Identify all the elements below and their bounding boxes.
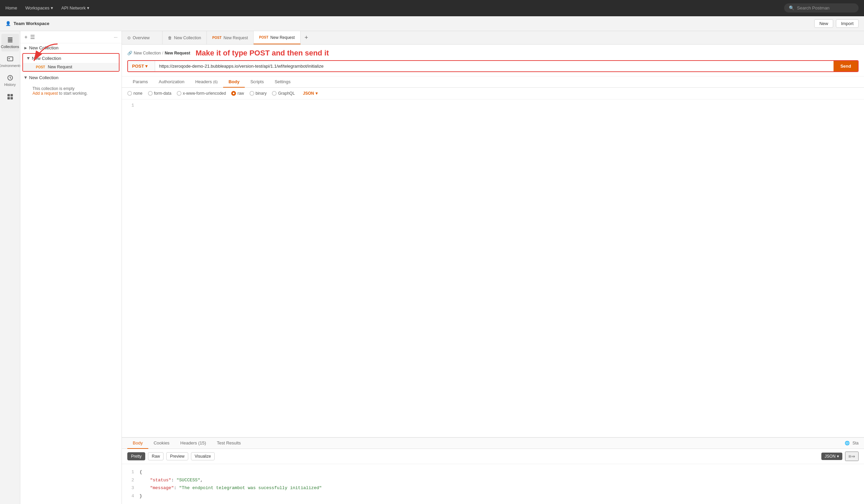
- body-formdata-option[interactable]: form-data: [148, 91, 171, 96]
- apis-icon: [7, 93, 13, 101]
- code-content[interactable]: [140, 102, 859, 434]
- format-raw-btn[interactable]: Raw: [148, 452, 164, 460]
- highlighted-collection-group: ▶ New Collection POST New Request: [22, 53, 120, 72]
- sidebar-item-environments[interactable]: Environments: [1, 53, 19, 70]
- collection-item-1[interactable]: ▶ New Collection: [20, 43, 121, 52]
- resp-tab-cookies[interactable]: Cookies: [148, 438, 175, 449]
- sidebar-item-apis[interactable]: [1, 91, 19, 103]
- breadcrumb-parent: New Collection: [134, 51, 161, 56]
- history-label: History: [4, 83, 15, 87]
- nav-home[interactable]: Home: [5, 5, 17, 11]
- tab-settings[interactable]: Settings: [269, 76, 296, 88]
- add-tab-button[interactable]: +: [301, 31, 312, 44]
- search-bar[interactable]: 🔍 Search Postman: [784, 3, 859, 13]
- nav-api-network[interactable]: API Network ▾: [61, 5, 89, 11]
- tab-authorization[interactable]: Authorization: [153, 76, 190, 88]
- chevron-down-icon-2: ▶: [27, 57, 31, 60]
- workspace-actions: New Import: [814, 19, 859, 28]
- breadcrumb: 🔗 New Collection / New Request Make it o…: [127, 49, 859, 58]
- request-item[interactable]: POST New Request: [23, 63, 119, 71]
- api-network-chevron-icon: ▾: [87, 5, 89, 11]
- resp-json-chevron-icon: ▾: [837, 454, 839, 459]
- tab-overview[interactable]: ⊙ Overview: [122, 31, 163, 44]
- tab-1-post-badge: POST: [212, 36, 221, 40]
- chevron-down-icon-3: ▶: [24, 76, 28, 79]
- post-method-badge: POST: [35, 65, 46, 69]
- raw-radio: [231, 91, 236, 96]
- body-binary-option[interactable]: binary: [250, 91, 267, 96]
- svg-rect-3: [8, 41, 13, 42]
- icon-sidebar: Collections Environments History: [0, 31, 20, 504]
- method-selector[interactable]: POST ▾: [128, 61, 155, 71]
- response-json-selector[interactable]: JSON ▾: [821, 453, 842, 460]
- status-label: Sta: [852, 441, 859, 445]
- wrap-lines-button[interactable]: ≡⇒: [845, 452, 859, 461]
- format-pretty-btn[interactable]: Pretty: [127, 452, 145, 460]
- resp-tab-body[interactable]: Body: [127, 438, 148, 449]
- filter-icon[interactable]: ☰: [30, 34, 35, 40]
- resp-line-4: 4 }: [127, 492, 859, 500]
- more-options-icon[interactable]: ···: [114, 35, 118, 40]
- body-graphql-option[interactable]: GraphQL: [272, 91, 295, 96]
- json-format-selector[interactable]: JSON ▾: [303, 91, 317, 96]
- urlencoded-radio: [177, 91, 181, 96]
- binary-radio: [250, 91, 254, 96]
- tab-collection-label: New Collection: [174, 36, 201, 40]
- main-layout: Collections Environments History + ☰ ···: [0, 31, 864, 504]
- send-button[interactable]: Send: [833, 61, 858, 71]
- svg-rect-4: [8, 57, 13, 61]
- resp-tab-test-results[interactable]: Test Results: [212, 438, 247, 449]
- sidebar-item-collections[interactable]: Collections: [1, 34, 19, 51]
- graphql-radio: [272, 91, 277, 96]
- resp-line-2: 2 "status": "SUCCESS",: [127, 476, 859, 484]
- body-urlencoded-option[interactable]: x-www-form-urlencoded: [177, 91, 226, 96]
- tab-params[interactable]: Params: [127, 76, 153, 88]
- body-options: none form-data x-www-form-urlencoded raw…: [122, 88, 864, 99]
- workspaces-chevron-icon: ▾: [51, 5, 53, 11]
- response-format-bar: Pretty Raw Preview Visualize JSON ▾ ≡⇒: [122, 449, 864, 464]
- code-editor[interactable]: 1: [122, 99, 864, 438]
- user-icon: 👤: [5, 21, 11, 26]
- tab-new-collection[interactable]: 🗑 New Collection: [163, 31, 207, 44]
- panel-toolbar: + ☰ ···: [20, 31, 121, 43]
- import-button[interactable]: Import: [836, 19, 859, 28]
- instruction-text: Make it of type POST and then send it: [196, 49, 329, 58]
- environments-icon: [7, 56, 13, 63]
- add-request-line: Add a request to start working.: [33, 91, 116, 96]
- nav-workspaces[interactable]: Workspaces ▾: [25, 5, 53, 11]
- collection-item-3[interactable]: ▶ New Collection: [20, 73, 121, 82]
- response-body: 1 { 2 "status": "SUCCESS", 3 "message": …: [122, 464, 864, 504]
- url-input[interactable]: [155, 61, 833, 71]
- globe-icon: 🌐: [845, 441, 850, 445]
- body-raw-option[interactable]: raw: [231, 91, 244, 96]
- url-bar: POST ▾ Send: [127, 60, 859, 72]
- tab-scripts[interactable]: Scripts: [245, 76, 269, 88]
- resp-tab-actions: 🌐 Sta: [845, 441, 859, 445]
- formdata-radio: [148, 91, 153, 96]
- sidebar-item-history[interactable]: History: [1, 72, 19, 89]
- resp-line-3: 3 "message": "The endpoint telegrambot w…: [127, 484, 859, 492]
- svg-rect-1: [8, 39, 13, 40]
- tab-body[interactable]: Body: [223, 76, 245, 88]
- tab-1-label: New Request: [224, 36, 248, 40]
- add-collection-icon[interactable]: +: [24, 34, 27, 40]
- format-preview-btn[interactable]: Preview: [166, 452, 188, 460]
- format-visualize-btn[interactable]: Visualize: [191, 452, 215, 460]
- tab-post-request-2[interactable]: POST New Request: [254, 31, 300, 44]
- main-content: ⊙ Overview 🗑 New Collection POST New Req…: [122, 31, 864, 504]
- method-value: POST: [132, 64, 144, 69]
- collections-panel: + ☰ ··· ▶ New Collection ▶ Ne: [20, 31, 122, 504]
- tab-overview-label: Overview: [133, 36, 149, 40]
- svg-rect-0: [8, 38, 13, 38]
- json-chevron-icon: ▾: [315, 91, 317, 96]
- add-request-link[interactable]: Add a request: [33, 91, 58, 96]
- environments-label: Environments: [0, 64, 21, 67]
- overview-icon: ⊙: [127, 36, 131, 40]
- collections-label: Collections: [1, 45, 19, 49]
- collection-item-2[interactable]: ▶ New Collection: [23, 54, 119, 63]
- body-none-option[interactable]: none: [127, 91, 143, 96]
- resp-tab-headers[interactable]: Headers (15): [175, 438, 212, 449]
- tab-headers[interactable]: Headers (6): [190, 76, 223, 88]
- tab-post-request-1[interactable]: POST New Request: [207, 31, 254, 44]
- new-button[interactable]: New: [814, 19, 833, 28]
